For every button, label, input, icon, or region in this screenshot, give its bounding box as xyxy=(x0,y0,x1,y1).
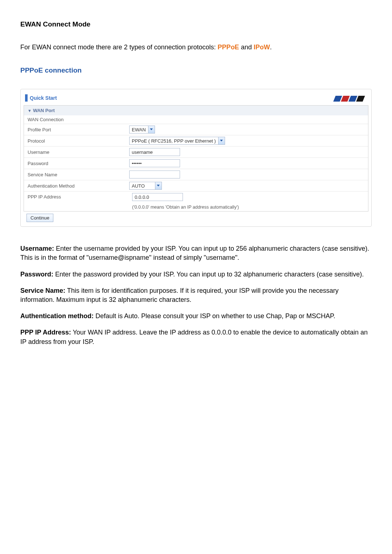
protocol-pppoe-label: PPPoE xyxy=(218,44,239,51)
quick-start-panel: Quick Start ▼ WAN Por xyxy=(20,89,372,227)
desc-ppp-ip: PPP IP Address: Your WAN IP address. Lea… xyxy=(20,328,372,346)
service-name-input[interactable] xyxy=(129,171,180,178)
desc-username: Username: Enter the username provided by… xyxy=(20,244,372,262)
desc-service-text: This item is for identification purposes… xyxy=(20,287,339,303)
collapse-arrow-icon: ▼ xyxy=(28,108,32,113)
quick-start-title: Quick Start xyxy=(30,95,57,101)
title-accent-bar xyxy=(25,94,28,102)
desc-auth-text: Default is Auto. Please consult your ISP… xyxy=(94,312,335,320)
intro-suffix: . xyxy=(270,44,272,51)
password-input[interactable] xyxy=(129,159,180,167)
chevron-down-icon xyxy=(218,137,225,144)
protocol-row: Protocol PPPoE ( RFC2516, PPP over Ether… xyxy=(24,135,368,146)
profile-port-row: Profile Port EWAN xyxy=(24,124,368,135)
wan-connection-row: WAN Connection xyxy=(24,115,368,124)
wan-connection-label: WAN Connection xyxy=(28,117,129,122)
brand-logo-icon xyxy=(327,94,367,102)
desc-ppp-label: PPP IP Address: xyxy=(20,329,71,336)
password-row: Password xyxy=(24,157,368,169)
svg-rect-3 xyxy=(356,96,365,102)
desc-service-name: Service Name: This item is for identific… xyxy=(20,286,372,304)
chevron-down-icon xyxy=(155,182,162,189)
desc-auth-label: Authentication method: xyxy=(20,312,94,320)
desc-auth-method: Authentication method: Default is Auto. … xyxy=(20,312,372,321)
intro-mid: and xyxy=(239,44,254,51)
panel-title-bar: Quick Start xyxy=(24,91,368,104)
intro-text: For EWAN connect mode there are 2 types … xyxy=(20,43,372,52)
ppp-ip-input[interactable] xyxy=(132,193,183,201)
username-input[interactable] xyxy=(129,148,180,156)
username-row: Username xyxy=(24,146,368,157)
service-name-row: Service Name xyxy=(24,169,368,180)
auth-method-label: Authentication Method xyxy=(28,183,129,189)
desc-username-label: Username: xyxy=(20,245,54,252)
auth-method-value: AUTO xyxy=(132,183,155,189)
svg-rect-2 xyxy=(348,96,357,102)
pppoe-connection-heading: PPPoE connection xyxy=(20,66,372,74)
desc-password-text: Enter the password provided by your ISP.… xyxy=(53,271,364,278)
desc-username-text: Enter the username provided by your ISP.… xyxy=(20,245,369,261)
auth-method-select[interactable]: AUTO xyxy=(129,182,162,190)
desc-password: Password: Enter the password provided by… xyxy=(20,270,372,279)
field-descriptions: Username: Enter the username provided by… xyxy=(20,244,372,346)
ppp-ip-note: ('0.0.0.0' means 'Obtain an IP address a… xyxy=(132,205,239,210)
protocol-value: PPPoE ( RFC2516, PPP over Ethernet ) xyxy=(132,138,218,144)
continue-button[interactable]: Continue xyxy=(26,214,53,222)
password-label: Password xyxy=(28,161,129,166)
protocol-ipow-label: IPoW xyxy=(254,44,270,51)
svg-rect-0 xyxy=(333,96,342,102)
service-name-label: Service Name xyxy=(28,172,129,177)
ppp-ip-row: PPP IP Address ('0.0.0.0' means 'Obtain … xyxy=(24,191,368,211)
desc-password-label: Password: xyxy=(20,271,53,278)
intro-prefix: For EWAN connect mode there are 2 types … xyxy=(20,44,218,51)
desc-service-label: Service Name: xyxy=(20,287,65,294)
ppp-ip-label: PPP IP Address xyxy=(28,193,129,200)
wan-port-header[interactable]: ▼ WAN Port xyxy=(24,106,368,115)
auth-method-row: Authentication Method AUTO xyxy=(24,180,368,191)
desc-ppp-text: Your WAN IP address. Leave the IP addres… xyxy=(20,329,368,345)
ewan-connect-mode-heading: EWAN Connect Mode xyxy=(20,20,372,28)
profile-port-value: EWAN xyxy=(132,127,148,132)
profile-port-label: Profile Port xyxy=(28,127,129,132)
svg-rect-1 xyxy=(341,96,350,102)
protocol-select[interactable]: PPPoE ( RFC2516, PPP over Ethernet ) xyxy=(129,137,225,145)
wan-port-box: ▼ WAN Port WAN Connection Profile Port E… xyxy=(24,105,368,212)
wan-port-header-text: WAN Port xyxy=(33,108,55,113)
profile-port-select[interactable]: EWAN xyxy=(129,126,155,134)
chevron-down-icon xyxy=(148,126,155,133)
protocol-label: Protocol xyxy=(28,138,129,144)
username-label: Username xyxy=(28,149,129,155)
